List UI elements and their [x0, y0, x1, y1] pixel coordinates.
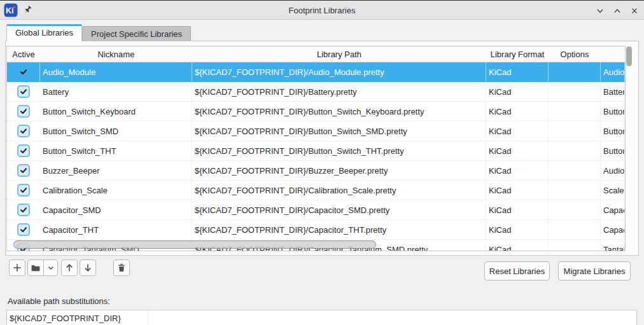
delete-library-button[interactable] — [113, 259, 130, 276]
description-cell[interactable]: Battery — [601, 82, 625, 102]
close-window-button[interactable] — [630, 6, 639, 15]
nickname-cell[interactable]: Audio_Module — [40, 62, 192, 82]
table-row[interactable]: Capacitor_SMD ${KICAD7_FOOTPRINT_DIR}/Ca… — [7, 200, 625, 220]
library-format-cell[interactable]: KiCad — [486, 200, 549, 220]
description-cell[interactable]: Buttons — [601, 102, 625, 121]
library-path-cell[interactable]: ${KICAD7_FOOTPRINT_DIR}/Calibration_Scal… — [192, 181, 486, 200]
library-format-cell[interactable]: KiCad — [486, 181, 549, 200]
active-checkbox[interactable] — [17, 164, 30, 177]
options-cell[interactable] — [549, 102, 601, 121]
options-cell[interactable] — [549, 141, 601, 161]
active-checkbox[interactable] — [17, 66, 30, 78]
column-header-nickname[interactable]: Nickname — [40, 50, 192, 59]
library-path-cell[interactable]: ${KICAD7_FOOTPRINT_DIR}/Button_Switch_Ke… — [192, 102, 486, 121]
active-checkbox[interactable] — [17, 125, 30, 137]
table-row[interactable]: Button_Switch_Keyboard ${KICAD7_FOOTPRIN… — [7, 102, 625, 121]
description-cell[interactable]: Audio sig — [601, 161, 625, 181]
library-path-cell[interactable]: ${KICAD7_FOOTPRINT_DIR}/Audio_Module.pre… — [192, 62, 486, 82]
active-checkbox-cell[interactable] — [7, 200, 40, 220]
browse-libraries-button[interactable] — [27, 259, 44, 276]
active-checkbox[interactable] — [17, 105, 30, 118]
description-cell[interactable]: Scales ar — [601, 181, 625, 200]
table-row[interactable]: Audio_Module ${KICAD7_FOOTPRINT_DIR}/Aud… — [7, 62, 625, 82]
table-row[interactable]: Calibration_Scale ${KICAD7_FOOTPRINT_DIR… — [7, 181, 625, 200]
options-cell[interactable] — [549, 121, 601, 141]
active-checkbox[interactable] — [17, 204, 30, 216]
active-checkbox-cell[interactable] — [7, 82, 40, 102]
library-format-cell[interactable]: KiCad — [486, 62, 549, 82]
horizontal-scrollbar-thumb[interactable] — [13, 240, 376, 249]
move-down-button[interactable] — [80, 259, 96, 276]
options-cell[interactable] — [549, 200, 601, 220]
library-format-cell[interactable]: KiCad — [486, 121, 549, 141]
plus-icon — [12, 263, 22, 273]
table-row[interactable]: Capacitor_THT ${KICAD7_FOOTPRINT_DIR}/Ca… — [7, 220, 625, 240]
options-cell[interactable] — [549, 82, 601, 102]
active-checkbox-cell[interactable] — [7, 141, 40, 161]
description-cell[interactable]: Tantalum — [601, 240, 625, 251]
nickname-cell[interactable]: Capacitor_THT — [40, 220, 192, 240]
nickname-cell[interactable]: Button_Switch_Keyboard — [40, 102, 192, 121]
browse-libraries-menu-button[interactable] — [43, 259, 58, 276]
library-path-cell[interactable]: ${KICAD7_FOOTPRINT_DIR}/Battery.pretty — [192, 82, 486, 102]
table-row[interactable]: Buzzer_Beeper ${KICAD7_FOOTPRINT_DIR}/Bu… — [7, 161, 625, 181]
description-cell[interactable]: Audio M — [601, 62, 625, 82]
column-header-library-format[interactable]: Library Format — [486, 50, 549, 59]
active-checkbox-cell[interactable] — [7, 220, 40, 240]
substitution-variable-cell: ${KICAD7_FOOTPRINT_DIR} — [7, 310, 148, 325]
library-format-cell[interactable]: KiCad — [486, 102, 549, 121]
active-checkbox-cell[interactable] — [7, 62, 40, 82]
options-cell[interactable] — [549, 181, 601, 200]
active-checkbox[interactable] — [17, 223, 30, 236]
nickname-cell[interactable]: Button_Switch_SMD — [40, 121, 192, 141]
active-checkbox[interactable] — [17, 85, 30, 98]
move-up-button[interactable] — [61, 259, 78, 276]
table-row[interactable]: Battery ${KICAD7_FOOTPRINT_DIR}/Battery.… — [7, 82, 625, 102]
library-format-cell[interactable]: KiCad — [486, 240, 549, 251]
nickname-cell[interactable]: Capacitor_SMD — [40, 200, 192, 220]
options-cell[interactable] — [549, 62, 601, 82]
maximize-window-button[interactable] — [613, 6, 622, 15]
library-path-cell[interactable]: ${KICAD7_FOOTPRINT_DIR}/Button_Switch_TH… — [192, 141, 486, 161]
description-cell[interactable]: Capacito — [601, 200, 625, 220]
column-header-active[interactable]: Active — [7, 50, 40, 59]
library-format-cell[interactable]: KiCad — [486, 82, 549, 102]
description-cell[interactable]: Buttons — [601, 121, 625, 141]
library-path-cell[interactable]: ${KICAD7_FOOTPRINT_DIR}/Capacitor_THT.pr… — [192, 220, 486, 240]
add-library-button[interactable] — [9, 259, 25, 276]
active-checkbox[interactable] — [17, 184, 30, 197]
library-format-cell[interactable]: KiCad — [486, 161, 549, 181]
titlebar[interactable]: Ki Footprint Libraries — [0, 1, 644, 20]
active-checkbox-cell[interactable] — [7, 181, 40, 200]
description-cell[interactable]: Capacito — [601, 220, 625, 240]
library-path-cell[interactable]: ${KICAD7_FOOTPRINT_DIR}/Buzzer_Beeper.pr… — [192, 161, 486, 181]
library-path-cell[interactable]: ${KICAD7_FOOTPRINT_DIR}/Button_Switch_SM… — [192, 121, 486, 141]
options-cell[interactable] — [549, 240, 601, 251]
tab-global-libraries[interactable]: Global Libraries — [6, 24, 82, 41]
nickname-cell[interactable]: Button_Switch_THT — [40, 141, 192, 161]
library-format-cell[interactable]: KiCad — [486, 141, 549, 161]
options-cell[interactable] — [549, 161, 601, 181]
active-checkbox[interactable] — [17, 144, 30, 157]
shade-window-button[interactable] — [596, 6, 605, 15]
column-header-options[interactable]: Options — [549, 50, 601, 59]
active-checkbox-cell[interactable] — [7, 102, 40, 121]
options-cell[interactable] — [549, 220, 601, 240]
active-checkbox-cell[interactable] — [7, 121, 40, 141]
active-checkbox-cell[interactable] — [7, 161, 40, 181]
trash-icon — [116, 263, 127, 273]
nickname-cell[interactable]: Calibration_Scale — [40, 181, 192, 200]
tab-project-specific-libraries[interactable]: Project Specific Libraries — [82, 26, 191, 41]
table-row[interactable]: Button_Switch_SMD ${KICAD7_FOOTPRINT_DIR… — [7, 121, 625, 141]
nickname-cell[interactable]: Battery — [40, 82, 192, 102]
reset-libraries-button[interactable]: Reset Libraries — [484, 261, 550, 280]
library-format-cell[interactable]: KiCad — [486, 220, 549, 240]
description-cell[interactable]: Buttons — [601, 141, 625, 161]
chevron-down-icon — [47, 264, 55, 272]
nickname-cell[interactable]: Buzzer_Beeper — [40, 161, 192, 181]
migrate-libraries-button[interactable]: Migrate Libraries — [558, 261, 631, 280]
column-header-library-path[interactable]: Library Path — [192, 50, 486, 59]
table-row[interactable]: Button_Switch_THT ${KICAD7_FOOTPRINT_DIR… — [7, 141, 625, 161]
library-path-cell[interactable]: ${KICAD7_FOOTPRINT_DIR}/Capacitor_SMD.pr… — [192, 200, 486, 220]
vertical-scrollbar-thumb[interactable] — [626, 46, 632, 66]
